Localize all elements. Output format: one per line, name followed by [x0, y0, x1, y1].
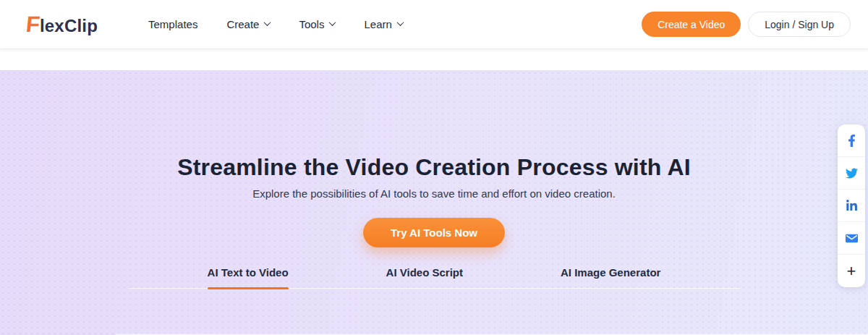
header-actions: Create a Video Login / Sign Up: [642, 12, 851, 37]
try-ai-tools-button[interactable]: Try AI Tools Now: [363, 218, 505, 247]
plus-icon: +: [847, 263, 856, 279]
tab-ai-image-generator[interactable]: AI Image Generator: [561, 266, 660, 279]
ai-tools-tabs: AI Text to Video AI Video Script AI Imag…: [129, 266, 740, 289]
nav-item-learn[interactable]: Learn: [364, 18, 402, 30]
create-video-button[interactable]: Create a Video: [642, 12, 741, 37]
chevron-down-icon: [396, 19, 404, 26]
email-share-button[interactable]: [838, 222, 865, 255]
main-nav: Templates Create Tools Learn: [119, 18, 403, 30]
twitter-share-button[interactable]: [838, 157, 865, 190]
nav-item-tools[interactable]: Tools: [299, 18, 335, 30]
nav-item-label: Create: [226, 18, 259, 30]
nav-item-create[interactable]: Create: [226, 18, 270, 30]
more-share-button[interactable]: +: [838, 255, 865, 287]
chevron-down-icon: [264, 19, 271, 26]
login-signup-button[interactable]: Login / Sign Up: [748, 12, 851, 37]
facebook-share-button[interactable]: [838, 124, 865, 157]
nav-item-label: Templates: [148, 18, 197, 30]
email-icon: [846, 232, 858, 245]
tab-ai-video-script[interactable]: AI Video Script: [386, 266, 463, 279]
nav-item-label: Tools: [299, 18, 324, 30]
flexclip-logo-icon: F: [25, 13, 41, 35]
linkedin-icon: [846, 200, 858, 212]
social-share-bar: +: [838, 124, 865, 287]
page-title: Streamline the Video Creation Process wi…: [0, 70, 868, 182]
twitter-icon: [846, 167, 858, 179]
linkedin-share-button[interactable]: [838, 190, 865, 222]
facebook-icon: [846, 135, 858, 147]
tab-ai-text-to-video[interactable]: AI Text to Video: [208, 266, 289, 279]
nav-item-templates[interactable]: Templates: [148, 18, 197, 30]
top-nav-bar: FlexClip Templates Create Tools Learn Cr…: [0, 0, 868, 49]
flexclip-logo[interactable]: FlexClip: [26, 13, 98, 35]
header-spacer: [0, 49, 868, 70]
page-subtitle: Explore the possibilities of AI tools to…: [0, 187, 868, 200]
flexclip-logo-text: lexClip: [40, 17, 98, 35]
nav-item-label: Learn: [364, 18, 391, 30]
chevron-down-icon: [329, 19, 336, 26]
hero-section: Streamline the Video Creation Process wi…: [0, 70, 868, 335]
